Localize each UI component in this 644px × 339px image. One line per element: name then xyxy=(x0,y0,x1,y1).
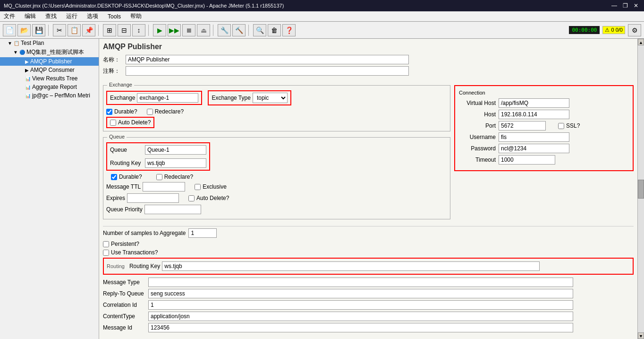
save-button[interactable]: 💾 xyxy=(32,24,45,36)
sidebar-item-amqp-publisher[interactable]: ▶ AMQP Publisher xyxy=(0,57,99,66)
samples-row: Number of samples to Aggregate xyxy=(103,226,634,238)
name-input[interactable] xyxy=(126,55,409,64)
sidebar-label-publisher: AMQP Publisher xyxy=(30,58,72,65)
connection-title: Connection xyxy=(459,90,629,96)
content-type-input[interactable] xyxy=(148,312,573,321)
expand-button[interactable]: ⊞ xyxy=(103,24,116,36)
sidebar-item-testplan[interactable]: ▼ 📋 Test Plan xyxy=(0,39,99,47)
scroll-down-arrow[interactable]: ▼ xyxy=(638,332,644,339)
menu-find[interactable]: 查找 xyxy=(43,12,59,21)
message-type-input[interactable] xyxy=(148,278,573,287)
message-ttl-input[interactable] xyxy=(143,182,185,191)
auto-delete-group: Auto Delete? xyxy=(106,117,154,128)
start-no-pause-button[interactable]: ▶▶ xyxy=(168,24,181,36)
remote-stop-button[interactable]: 🔨 xyxy=(232,24,246,36)
persistent-checkbox[interactable] xyxy=(103,241,109,247)
aggregate-icon: 📊 xyxy=(25,85,31,90)
toolbar-sep-2 xyxy=(98,25,100,36)
name-row: 名称： xyxy=(103,55,634,64)
content-type-row: ContentType xyxy=(103,312,634,321)
paste-button[interactable]: 📌 xyxy=(82,24,95,36)
search-button[interactable]: 🔍 xyxy=(253,24,266,36)
message-type-label: Message Type xyxy=(103,279,145,286)
username-input[interactable] xyxy=(499,132,569,142)
toggle-button[interactable]: ↕ xyxy=(132,24,145,36)
correlation-id-input[interactable] xyxy=(148,300,573,310)
open-button[interactable]: 📂 xyxy=(17,24,31,36)
timeout-input[interactable] xyxy=(499,155,555,165)
ssl-checkbox[interactable] xyxy=(558,123,564,129)
durable2-checkbox-label[interactable]: Durable? xyxy=(111,174,142,180)
queue-priority-input[interactable] xyxy=(144,205,201,214)
sidebar-item-amqp-consumer[interactable]: ▶ AMQP Consumer xyxy=(0,66,99,74)
host-row: Host xyxy=(459,110,629,119)
copy-button[interactable]: 📋 xyxy=(68,24,81,36)
queue-input[interactable] xyxy=(145,145,206,155)
menu-run[interactable]: 运行 xyxy=(64,12,79,21)
sidebar-label-aggregate: Aggregate Report xyxy=(32,84,77,90)
exchange-input-group: Exchange xyxy=(106,91,202,105)
menu-options[interactable]: 选项 xyxy=(85,12,100,21)
durable2-checkbox[interactable] xyxy=(111,174,117,180)
durable-checkbox-label[interactable]: Durable? xyxy=(106,108,137,115)
redeclare2-checkbox-label[interactable]: Redeclare? xyxy=(156,174,193,180)
message-id-input[interactable] xyxy=(148,323,573,332)
expires-input[interactable] xyxy=(127,193,179,203)
samples-input[interactable] xyxy=(188,228,217,238)
clear-button[interactable]: 🗑 xyxy=(268,24,281,36)
stop-button[interactable]: ⏹ xyxy=(182,24,195,36)
comment-input[interactable] xyxy=(126,66,409,76)
menu-file[interactable]: 文件 xyxy=(2,12,17,21)
durable-checkbox[interactable] xyxy=(106,109,112,115)
persistent-checkbox-label[interactable]: Persistent? xyxy=(103,241,634,247)
auto-delete2-checkbox-label[interactable]: Auto Delete? xyxy=(188,195,229,201)
password-input[interactable] xyxy=(499,144,569,153)
use-transactions-checkbox[interactable] xyxy=(103,250,109,256)
exchange-type-select[interactable]: direct topic fanout headers xyxy=(253,93,288,103)
scroll-thumb[interactable] xyxy=(638,180,644,199)
redeclare-checkbox-label[interactable]: Redeclare? xyxy=(147,108,184,115)
collapse-button[interactable]: ⊟ xyxy=(118,24,131,36)
auto-delete-checkbox-label[interactable]: Auto Delete? xyxy=(110,119,151,126)
perfmon-icon: 📊 xyxy=(25,93,31,98)
port-input[interactable] xyxy=(499,121,546,130)
auto-delete-checkbox[interactable] xyxy=(110,120,116,126)
new-button[interactable]: 📄 xyxy=(3,24,16,36)
maximize-button[interactable]: ❐ xyxy=(621,2,630,9)
start-button[interactable]: ▶ xyxy=(153,24,166,36)
exchange-input[interactable] xyxy=(137,93,198,103)
minimize-button[interactable]: — xyxy=(610,2,619,9)
redeclare2-checkbox[interactable] xyxy=(156,174,162,180)
scroll-up-arrow[interactable]: ▲ xyxy=(638,39,644,45)
comment-row: 注释： xyxy=(103,66,634,76)
shutdown-button[interactable]: ⏏ xyxy=(197,24,210,36)
sidebar-item-mqcluster[interactable]: ▼ 🔵 MQ集群_性能测试脚本 xyxy=(0,47,99,57)
sidebar-item-perfmon[interactable]: 📊 jp@gc – PerfMon Metri xyxy=(0,91,99,100)
settings-button[interactable]: ⚙ xyxy=(628,24,641,36)
expires-label: Expires xyxy=(106,195,125,201)
menu-edit[interactable]: 编辑 xyxy=(23,12,38,21)
correlation-id-label: Correlation Id xyxy=(103,302,145,308)
window-title: MQ_Cluster.jmx (C:\Users\Administrator.D… xyxy=(4,3,284,9)
menu-bar: 文件 编辑 查找 运行 选项 Tools 帮助 xyxy=(0,11,644,22)
virtual-host-input[interactable] xyxy=(499,98,569,108)
cut-button[interactable]: ✂ xyxy=(53,24,66,36)
auto-delete2-checkbox[interactable] xyxy=(188,195,195,201)
sidebar: ▼ 📋 Test Plan ▼ 🔵 MQ集群_性能测试脚本 ▶ AMQP Pub… xyxy=(0,39,99,339)
sidebar-item-view-results[interactable]: 📊 View Results Tree xyxy=(0,74,99,83)
routing-key2-input[interactable] xyxy=(162,261,540,271)
remote-start-button[interactable]: 🔧 xyxy=(218,24,231,36)
help-button[interactable]: ❓ xyxy=(282,24,296,36)
routing-key-input[interactable] xyxy=(145,158,206,168)
reply-to-input[interactable] xyxy=(148,289,573,298)
close-button[interactable]: ✕ xyxy=(632,2,640,9)
use-transactions-checkbox-label[interactable]: Use Transactions? xyxy=(103,249,634,256)
ssl-checkbox-label[interactable]: SSL? xyxy=(558,122,580,129)
menu-tools[interactable]: Tools xyxy=(106,13,123,20)
redeclare-checkbox[interactable] xyxy=(147,109,153,115)
sidebar-item-aggregate[interactable]: 📊 Aggregate Report xyxy=(0,83,99,91)
exclusive-checkbox[interactable] xyxy=(195,184,201,190)
exclusive-checkbox-label[interactable]: Exclusive xyxy=(195,183,227,190)
host-input[interactable] xyxy=(499,110,569,119)
menu-help[interactable]: 帮助 xyxy=(128,12,144,21)
